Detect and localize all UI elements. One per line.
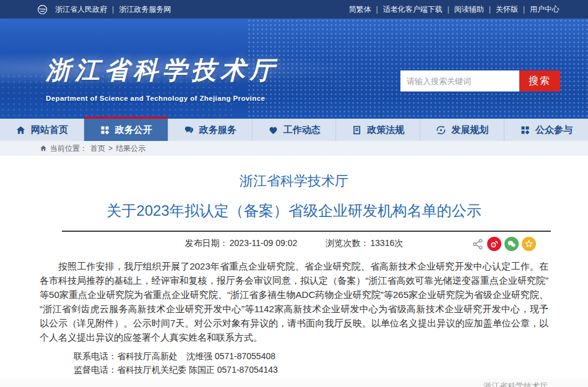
separator: | [376,5,378,14]
link-care-version[interactable]: 关怀版 [496,4,518,15]
document-icon [352,125,362,135]
views-value: 13316次 [370,238,403,249]
main-nav: 网站首页 政务公开 政务服务 工作动态 政策法规 发展规划 公众参与 [0,119,588,141]
nav-item-work-news[interactable]: 工作动态 [253,119,337,141]
chat-bubbles-icon [184,125,194,135]
nav-label: 发展规划 [451,124,488,136]
top-utility-bar: 浙江省人民政府 | 浙江政务服务网 简繁体 | 适老化客户端下载 | 阅读辅助 … [0,0,588,19]
site-logo: 浙江省科学技术厅 Department of Science and Techn… [46,53,279,102]
nav-item-development-plans[interactable]: 发展规划 [420,119,504,141]
site-title: 浙江省科学技术厅 [46,53,279,87]
link-elderly-client-download[interactable]: 适老化客户端下载 [383,4,443,15]
article: 浙江省科学技术厅 关于2023年拟认定（备案）省级企业研发机构名单的公示 发布日… [0,156,588,387]
article-meta: 发布日期： 2023-11-09 09:02 浏览次数： 13316次 [0,232,588,255]
link-gov-service-site[interactable]: 浙江政务服务网 [119,4,171,15]
breadcrumb: 当前位置： 首页 > 结果公示 [0,141,588,156]
qzone-share-icon[interactable] [522,237,536,251]
topbar-left-links: 浙江省人民政府 | 浙江政务服务网 [37,4,171,15]
nav-label: 公众参与 [535,124,573,136]
views-label: 浏览次数： [326,238,369,249]
share-icon[interactable] [472,238,484,250]
nav-item-public-participation[interactable]: 公众参与 [504,119,588,141]
site-search: 搜索 [400,70,560,91]
link-reading-assist[interactable]: 阅读辅助 [454,4,484,15]
handshake-icon [436,125,446,135]
open-gov-grid-icon [100,125,110,135]
nav-item-home[interactable]: 网站首页 [0,119,84,141]
participation-grid-icon [520,125,530,135]
article-title-agency: 浙江省科学技术厅 [0,172,588,190]
wechat-share-icon[interactable] [504,237,519,251]
site-banner: 浙江省科学技术厅 Department of Science and Techn… [0,19,588,119]
government-emblem-icon [37,4,48,15]
site-title-english: Department of Science and Technology of … [46,95,279,102]
breadcrumb-separator: > [108,144,113,153]
nav-label: 政策法规 [367,124,404,136]
footer-agency-name: 浙江省科学技术厅 [483,381,548,387]
nav-item-open-government[interactable]: 政务公开 [84,119,168,141]
nav-item-policies[interactable]: 政策法规 [336,119,420,141]
publish-date-label: 发布日期： [185,238,228,249]
article-title-main: 关于2023年拟认定（备案）省级企业研发机构名单的公示 [0,201,588,221]
topbar-right-links: 简繁体 | 适老化客户端下载 | 阅读辅助 | 关怀版 | 用户中心 [349,4,560,15]
link-provincial-government[interactable]: 浙江省人民政府 [55,4,107,15]
nav-label: 工作动态 [283,124,321,136]
home-icon [15,125,26,135]
article-paragraph: 按照工作安排，我厅组织开展了2023年省重点企业研究院、省企业研究院、省高新技术… [0,259,588,344]
separator: | [523,5,525,14]
breadcrumb-prefix: 当前位置： [50,143,87,154]
breadcrumb-home-link[interactable]: 首页 [90,143,105,154]
link-user-center[interactable]: 用户中心 [530,4,560,15]
separator: | [447,5,449,14]
publish-date-value: 2023-11-09 09:02 [230,238,298,249]
nav-label: 网站首页 [31,124,68,136]
separator: | [489,5,491,14]
nav-item-gov-services[interactable]: 政务服务 [168,119,253,141]
breadcrumb-home-icon [40,145,47,152]
nav-label: 政务服务 [199,124,236,136]
supervision-phone-line: 监督电话：省科技厅机关纪委 陈国正 0571-87054143 [74,363,588,376]
share-bar [472,237,536,251]
nav-label: 政务公开 [115,124,152,136]
weibo-share-icon[interactable] [487,237,501,251]
separator: | [112,5,114,14]
contact-phone-line: 联系电话：省科技厅高新处 沈维强 0571-87055408 [74,349,588,363]
search-button[interactable]: 搜索 [519,70,560,91]
banner-worldmap-dots [247,19,588,119]
search-input[interactable] [400,70,519,91]
breadcrumb-current: 结果公示 [116,143,145,154]
heart-icon [268,125,279,135]
link-simplified-traditional[interactable]: 简繁体 [349,4,371,15]
